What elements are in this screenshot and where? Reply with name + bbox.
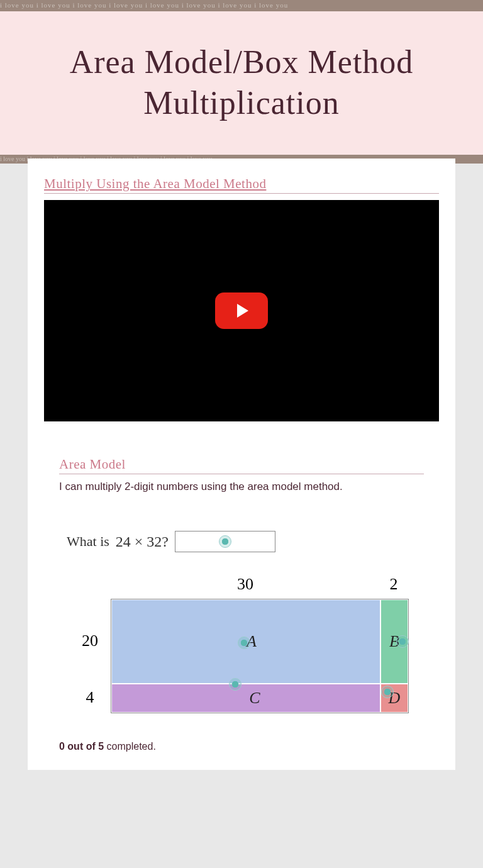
- hotspot-icon: [238, 637, 250, 649]
- hotspot-icon: [219, 535, 231, 548]
- question-row: What is 24 × 32?: [59, 531, 424, 552]
- play-icon: [215, 292, 268, 329]
- cell-a[interactable]: A: [111, 599, 380, 684]
- area-model-grid: 30 2 20 4 A: [69, 575, 419, 713]
- problem-area: What is 24 × 32? 30 2 20 4: [59, 531, 424, 752]
- learning-goal-text: I can multiply 2-digit numbers using the…: [59, 481, 424, 493]
- math-expression: 24 × 32?: [116, 533, 169, 550]
- progress-suffix: completed.: [104, 741, 156, 752]
- cell-label: C: [249, 689, 260, 708]
- answer-input[interactable]: [175, 531, 275, 552]
- page-title: Area Model/Box Method Multiplication: [13, 42, 470, 123]
- cell-c[interactable]: C: [111, 684, 380, 713]
- header-band: Area Model/Box Method Multiplication: [0, 11, 483, 155]
- column-labels: 30 2: [111, 575, 419, 594]
- video-section-link[interactable]: Multiply Using the Area Model Method: [44, 176, 439, 194]
- hotspot-icon: [396, 635, 409, 648]
- section-title: Area Model: [59, 457, 424, 474]
- cell-b[interactable]: B: [380, 599, 408, 684]
- area-model-section: Area Model I can multiply 2-digit number…: [44, 457, 439, 752]
- cell-d[interactable]: D: [380, 684, 408, 713]
- question-prefix: What is: [67, 533, 109, 550]
- progress-count: 0 out of 5: [59, 741, 104, 752]
- row-labels: 20 4: [69, 599, 111, 713]
- grid-boxes: A B C: [111, 599, 409, 713]
- svg-marker-0: [237, 304, 248, 318]
- hotspot-icon: [381, 686, 394, 698]
- decorative-top-border: [0, 0, 483, 11]
- hotspot-icon: [229, 678, 242, 691]
- row-label-4: 4: [69, 683, 111, 712]
- col-label-2: 2: [380, 575, 408, 594]
- content-card: Multiply Using the Area Model Method Are…: [28, 159, 455, 770]
- video-player[interactable]: [44, 200, 439, 421]
- col-label-30: 30: [111, 575, 380, 594]
- row-label-20: 20: [69, 599, 111, 683]
- progress-text: 0 out of 5 completed.: [59, 741, 424, 752]
